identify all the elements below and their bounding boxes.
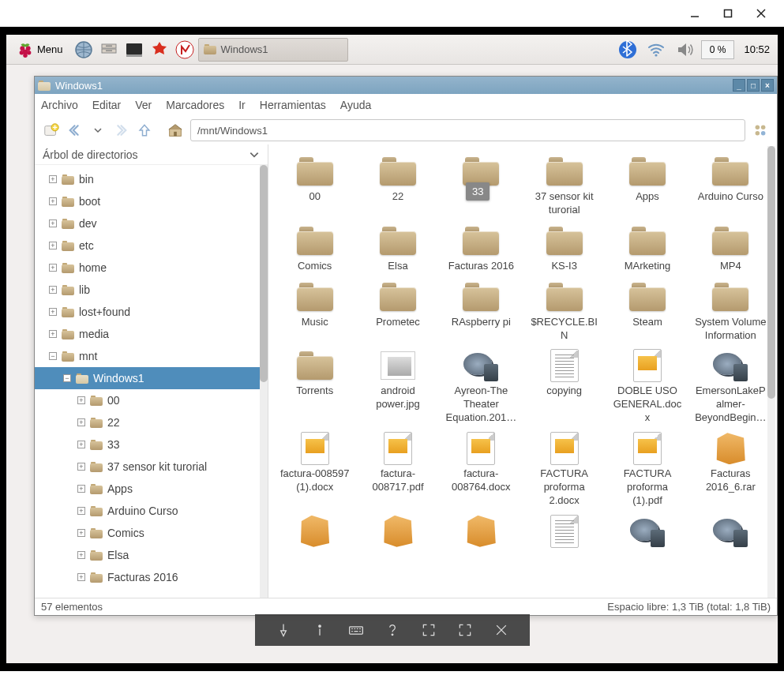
- file-item[interactable]: Torrents: [273, 347, 356, 428]
- host-minimize-button[interactable]: [681, 2, 708, 24]
- info-button[interactable]: [310, 621, 329, 640]
- file-item[interactable]: [606, 512, 688, 553]
- help-button[interactable]: [383, 621, 402, 640]
- menu-archivo[interactable]: Archivo: [41, 99, 78, 111]
- expand-toggle[interactable]: +: [77, 441, 85, 448]
- expand-toggle[interactable]: +: [77, 529, 85, 537]
- tree-item[interactable]: +Elsa: [35, 544, 268, 566]
- content-scrollbar-thumb[interactable]: [767, 146, 775, 399]
- file-item[interactable]: System Volume Information: [689, 278, 772, 346]
- tree-item[interactable]: +lost+found: [35, 301, 268, 323]
- file-item[interactable]: FACTURA proforma 2.docx: [523, 430, 606, 511]
- file-item[interactable]: factura-008597 (1).docx: [273, 430, 356, 511]
- tree-item[interactable]: +dev: [35, 212, 268, 234]
- tree-item[interactable]: +Comics: [35, 522, 268, 544]
- tree-item[interactable]: +Facturas 2016: [35, 566, 268, 588]
- expand-toggle[interactable]: +: [49, 264, 57, 272]
- fullscreen-button[interactable]: [419, 621, 438, 640]
- tree-item[interactable]: +etc: [35, 234, 268, 257]
- file-item[interactable]: copying: [523, 347, 606, 428]
- file-item[interactable]: Elsa: [356, 222, 439, 276]
- tree-item[interactable]: −mnt: [35, 345, 268, 367]
- file-item[interactable]: factura-008717.pdf: [356, 430, 439, 511]
- keyboard-button[interactable]: [347, 621, 366, 640]
- tree-item[interactable]: +37 sensor kit turorial: [35, 456, 268, 478]
- file-item[interactable]: Prometec: [356, 278, 439, 346]
- up-button[interactable]: [134, 120, 155, 141]
- terminal-launcher-icon[interactable]: [122, 38, 146, 62]
- tree-item[interactable]: +00: [35, 389, 268, 411]
- home-button[interactable]: [165, 120, 186, 141]
- expand-toggle[interactable]: +: [49, 330, 57, 338]
- fit-button[interactable]: [456, 621, 475, 640]
- cpu-usage[interactable]: 0 %: [701, 40, 735, 59]
- file-item[interactable]: Apps: [606, 152, 688, 220]
- filemanager-launcher-icon[interactable]: [97, 38, 121, 62]
- tree-item[interactable]: +22: [35, 411, 268, 433]
- directory-tree[interactable]: +bin+boot+dev+etc+home+lib+lost+found+me…: [35, 165, 268, 599]
- file-item[interactable]: [689, 512, 772, 553]
- file-item[interactable]: DOBLE USO GENERAL.docx: [606, 347, 688, 428]
- sidebar-header[interactable]: Árbol de directorios: [35, 144, 268, 165]
- browser-launcher-icon[interactable]: [72, 38, 96, 62]
- tree-item[interactable]: +33: [35, 433, 268, 456]
- menu-marcadores[interactable]: Marcadores: [166, 99, 224, 111]
- fm-minimize-button[interactable]: _: [733, 79, 745, 92]
- expand-toggle[interactable]: +: [49, 219, 57, 227]
- back-button[interactable]: [66, 120, 87, 141]
- file-item[interactable]: 37 sensor kit turorial: [523, 152, 606, 220]
- file-item[interactable]: Facturas 2016: [440, 222, 523, 276]
- menu-ver[interactable]: Ver: [135, 99, 152, 111]
- tree-item[interactable]: +lib: [35, 279, 268, 301]
- file-item[interactable]: MArketing: [606, 222, 688, 276]
- file-item[interactable]: [273, 512, 356, 553]
- file-item[interactable]: Music: [273, 278, 356, 346]
- pin-button[interactable]: [274, 621, 293, 640]
- menu-editar[interactable]: Editar: [92, 99, 122, 111]
- file-item[interactable]: android power.jpg: [356, 347, 439, 428]
- file-item[interactable]: Arduino Curso: [689, 152, 772, 220]
- mathematica-launcher-icon[interactable]: [148, 38, 171, 62]
- file-item[interactable]: [440, 512, 523, 553]
- forward-button[interactable]: [109, 120, 129, 141]
- expand-toggle[interactable]: +: [77, 463, 85, 471]
- menu-herramientas[interactable]: Herramientas: [260, 99, 326, 111]
- file-item[interactable]: MP4: [689, 222, 772, 276]
- tree-item[interactable]: +home: [35, 257, 268, 279]
- tree-item[interactable]: +media: [35, 323, 268, 345]
- expand-toggle[interactable]: +: [77, 507, 85, 515]
- file-item[interactable]: factura-008764.docx: [440, 430, 523, 511]
- fm-titlebar[interactable]: Windows1 _ □ ×: [35, 77, 777, 94]
- expand-toggle[interactable]: −: [63, 374, 71, 382]
- host-maximize-button[interactable]: [715, 2, 741, 24]
- taskbar-item-windows1[interactable]: Windows1: [198, 38, 348, 62]
- fm-close-button[interactable]: ×: [761, 79, 774, 92]
- expand-toggle[interactable]: +: [77, 573, 85, 581]
- history-dropdown[interactable]: [92, 120, 104, 141]
- tree-item[interactable]: +Arduino Curso: [35, 500, 268, 522]
- tree-item[interactable]: −Windows1: [35, 367, 268, 389]
- file-item[interactable]: FACTURA proforma (1).pdf: [606, 430, 688, 511]
- file-item[interactable]: RAspberry pi: [440, 278, 523, 346]
- file-item[interactable]: Comics: [273, 222, 356, 276]
- menu-ir[interactable]: Ir: [238, 99, 246, 111]
- file-item[interactable]: [523, 512, 606, 553]
- tree-item[interactable]: +boot: [35, 190, 268, 212]
- file-item[interactable]: [356, 512, 439, 553]
- expand-toggle[interactable]: +: [77, 396, 85, 404]
- fm-maximize-button[interactable]: □: [747, 79, 760, 92]
- expand-toggle[interactable]: −: [49, 352, 57, 360]
- expand-toggle[interactable]: +: [49, 286, 57, 294]
- expand-toggle[interactable]: +: [49, 175, 57, 183]
- menu-button[interactable]: Menu: [9, 38, 70, 62]
- file-item[interactable]: KS-I3: [523, 222, 606, 276]
- tree-item[interactable]: +Apps: [35, 478, 268, 500]
- view-settings-button[interactable]: [750, 120, 771, 141]
- wifi-icon[interactable]: [644, 38, 668, 62]
- sidebar-scrollbar-thumb[interactable]: [260, 165, 268, 382]
- file-item[interactable]: 22: [356, 152, 439, 220]
- file-item[interactable]: EmersonLakePalmer-BeyondBegin…: [689, 347, 772, 428]
- tree-item[interactable]: +bin: [35, 168, 268, 190]
- menu-ayuda[interactable]: Ayuda: [340, 99, 371, 111]
- path-input[interactable]: [190, 119, 745, 141]
